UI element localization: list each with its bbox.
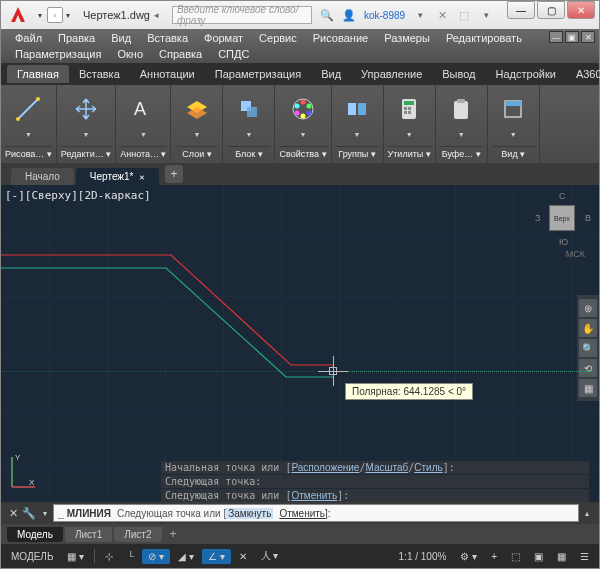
ribbon: ▼Рисова… ▾▼Редакти… ▾A▼Аннота… ▾▼Слои ▾▼… [1,85,599,163]
layout-tab[interactable]: Модель [7,527,63,542]
status-plus-icon[interactable]: + [485,549,503,564]
ucs-icon[interactable]: Y X [7,452,37,496]
view-icon[interactable] [497,93,529,125]
ribbon-panel[interactable]: ▼Утилиты ▾ [384,85,436,163]
menu-item[interactable]: Вставка [139,30,196,46]
ribbon-panel[interactable]: ▼Блок ▾ [223,85,275,163]
ribbon-panel[interactable]: ▼Группы ▾ [332,85,384,163]
layout-tab[interactable]: Лист1 [65,527,112,542]
minimize-button[interactable]: — [507,1,535,19]
status-scale[interactable]: 1:1 / 100% [393,549,453,564]
menu-item[interactable]: Размеры [376,30,438,46]
user-label[interactable]: kok-8989 [364,10,405,21]
nav-zoom-icon[interactable]: 🔍 [579,339,597,357]
layout-tab[interactable]: Лист2 [114,527,161,542]
qat-new-icon[interactable]: ▫ [47,7,63,23]
menu-item[interactable]: Файл [7,30,50,46]
status-custom-icon[interactable]: ☰ [574,549,595,564]
titlebar: ▾ ▫ ▾ Чертеж1.dwg ◂ Введите ключевое сло… [1,1,599,29]
status-iso-icon[interactable]: ⬚ [505,549,526,564]
layers-icon[interactable] [181,93,213,125]
line-icon[interactable] [12,93,44,125]
status-lineweight-icon[interactable]: 人 ▾ [255,547,285,565]
status-grid-icon[interactable]: ▦ ▾ [61,549,90,564]
status-gear-icon[interactable]: ⚙ ▾ [454,549,483,564]
viewcube[interactable]: С В Ю З Верх [535,191,591,247]
search-input[interactable]: Введите ключевое слово/фразу [172,6,312,24]
menu-item[interactable]: Формат [196,30,251,46]
status-snapmode-icon[interactable]: ⊹ [99,549,119,564]
doc-close-icon[interactable]: ✕ [581,31,595,43]
menu-item[interactable]: СПДС [210,46,257,62]
layout-add-button[interactable]: + [164,527,183,541]
cmd-recent-icon[interactable]: ▴ [579,505,595,521]
status-isodraft-icon[interactable]: ◢ ▾ [172,549,200,564]
exchange-icon[interactable]: ✕ [435,8,449,22]
text-icon[interactable]: A [127,93,159,125]
clipboard-icon[interactable] [445,93,477,125]
menu-item[interactable]: Правка [50,30,103,46]
ribbon-tab[interactable]: Вывод [432,65,485,83]
cmd-close-icon[interactable]: ✕ [5,505,21,521]
ribbon-tab[interactable]: Управление [351,65,432,83]
command-input[interactable]: ⎯ МЛИНИЯ Следующая точка или [ Замкнуть … [53,504,579,522]
ribbon-tab[interactable]: A360 [566,65,600,83]
status-max-icon[interactable]: ▣ [528,549,549,564]
ribbon-tab[interactable]: Главная [7,65,69,83]
ribbon-panel[interactable]: ▼Слои ▾ [171,85,223,163]
status-osnap-icon[interactable]: ∠ ▾ [202,549,231,564]
title-arrow-left-icon[interactable]: ◂ [150,10,164,20]
menu-item[interactable]: Окно [109,46,151,62]
nav-showmotion-icon[interactable]: ▦ [579,379,597,397]
menu-item[interactable]: Редактировать [438,30,530,46]
menu-item[interactable]: Сервис [251,30,305,46]
status-otrack-icon[interactable]: ✕ [233,549,253,564]
ribbon-tab[interactable]: Надстройки [486,65,566,83]
menu-item[interactable]: Справка [151,46,210,62]
nav-pan-icon[interactable]: ✋ [579,319,597,337]
doc-tab-add-button[interactable]: + [165,165,183,183]
doc-tab-home[interactable]: Начало [11,168,74,185]
qat-dropdown-icon[interactable]: ▾ [63,7,73,23]
quick-access-toolbar: ▫ [47,7,63,23]
doc-restore-icon[interactable]: ▣ [565,31,579,43]
move-icon[interactable] [70,93,102,125]
group-icon[interactable] [341,93,373,125]
nav-wheel-icon[interactable]: ⊕ [579,299,597,317]
signin-icon[interactable]: 👤 [342,8,356,22]
nav-orbit-icon[interactable]: ⟲ [579,359,597,377]
menu-item[interactable]: Вид [103,30,139,46]
drawing-canvas[interactable]: [-][Сверху][2D-каркас] С В Ю З Верх МСК … [1,185,599,502]
menu-item[interactable]: Рисование [305,30,376,46]
cmd-config-icon[interactable]: 🔧 [21,505,37,521]
ribbon-panel[interactable]: A▼Аннота… ▾ [116,85,171,163]
viewport-label[interactable]: [-][Сверху][2D-каркас] [5,189,151,202]
ucs-label[interactable]: МСК [566,249,585,259]
menu-item[interactable]: Параметризация [7,46,109,62]
status-model-button[interactable]: МОДЕЛЬ [5,549,59,564]
status-clean-icon[interactable]: ▦ [551,549,572,564]
palette-icon[interactable] [287,93,319,125]
status-polar-icon[interactable]: ⊘ ▾ [142,549,170,564]
close-button[interactable]: ✕ [567,1,595,19]
ribbon-panel[interactable]: ▼Буфе… ▾ [436,85,488,163]
block-icon[interactable] [233,93,265,125]
ribbon-tab[interactable]: Параметризация [205,65,311,83]
help-icon[interactable]: ⬚ [457,8,471,22]
svg-rect-17 [404,107,407,110]
search-icon[interactable]: 🔍 [320,8,334,22]
app-logo[interactable] [7,4,29,26]
ribbon-panel[interactable]: ▼Рисова… ▾ [1,85,57,163]
doc-minimize-icon[interactable]: — [549,31,563,43]
status-ortho-icon[interactable]: └ [121,549,140,564]
ribbon-panel[interactable]: ▼Редакти… ▾ [57,85,116,163]
ribbon-tab[interactable]: Аннотации [130,65,205,83]
calc-icon[interactable] [393,93,425,125]
ribbon-panel[interactable]: ▼Вид ▾ [488,85,540,163]
doc-tab-active[interactable]: Чертеж1* ✕ [76,168,159,185]
ribbon-tab[interactable]: Вставка [69,65,130,83]
ribbon-panel[interactable]: ▼Свойства ▾ [275,85,331,163]
qat-menu-arrow[interactable]: ▾ [35,7,45,23]
maximize-button[interactable]: ▢ [537,1,565,19]
ribbon-tab[interactable]: Вид [311,65,351,83]
